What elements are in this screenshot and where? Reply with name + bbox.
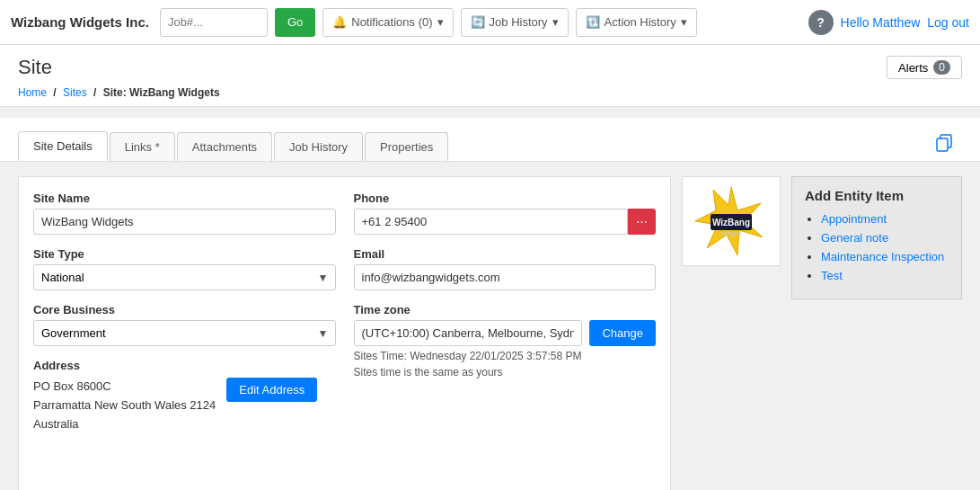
content-area: Site Name Site Type National Local Regio… <box>0 162 980 490</box>
timezone-input[interactable] <box>354 320 583 346</box>
site-name-label: Site Name <box>33 192 336 205</box>
site-time-same-text: Sites time is the same as yours <box>354 366 657 379</box>
tabs-row: Site Details Links * Attachments Job His… <box>18 129 962 161</box>
wizbang-logo: WizBang widgets <box>691 185 772 257</box>
address-edit-row: PO Box 8600C Parramatta New South Wales … <box>33 378 336 441</box>
notifications-chevron-icon: ▾ <box>437 15 444 29</box>
breadcrumb-current: Site: WizBang Widgets <box>103 86 220 99</box>
site-type-select-wrapper: National Local Regional ▼ <box>33 264 336 290</box>
address-line-1: PO Box 8600C <box>33 378 216 396</box>
svg-rect-1 <box>937 138 948 151</box>
list-item: General note <box>821 231 949 245</box>
address-label: Address <box>33 359 336 372</box>
phone-wrapper: ⋯ <box>354 209 657 235</box>
navbar: Wizbang Widgets Inc. Go 🔔 Notifications … <box>0 0 980 45</box>
breadcrumb-sep-1: / <box>53 86 56 99</box>
entity-item-appointment[interactable]: Appointment <box>821 212 887 226</box>
help-icon: ? <box>817 15 825 30</box>
core-business-select[interactable]: Government Private Non-Profit <box>33 320 336 346</box>
edit-address-button[interactable]: Edit Address <box>226 378 317 402</box>
logo-panel: WizBang widgets <box>682 176 781 266</box>
tab-properties[interactable]: Properties <box>365 132 448 161</box>
entity-panel-title: Add Entity Item <box>805 188 949 203</box>
core-business-label: Core Business <box>33 303 336 316</box>
go-button[interactable]: Go <box>275 8 315 37</box>
job-history-icon: 🔄 <box>471 15 485 29</box>
entity-panel: Add Entity Item Appointment General note… <box>791 176 962 299</box>
entity-item-maintenance-inspection[interactable]: Maintenance Inspection <box>821 250 944 263</box>
user-greeting[interactable]: Hello Matthew <box>841 15 921 30</box>
address-text: PO Box 8600C Parramatta New South Wales … <box>33 378 216 433</box>
phone-dots-icon: ⋯ <box>636 215 648 228</box>
phone-label: Phone <box>354 192 657 205</box>
list-item: Appointment <box>821 212 949 226</box>
page-header-top: Site Alerts 0 <box>18 56 962 86</box>
timezone-group: Time zone Change Sites Time: Wednesday 2… <box>354 303 657 379</box>
breadcrumb-home[interactable]: Home <box>18 86 47 99</box>
form-columns: Site Name Site Type National Local Regio… <box>33 192 656 441</box>
job-search-input[interactable] <box>160 8 268 37</box>
brand-label: Wizbang Widgets Inc. <box>11 14 149 30</box>
page-header: Site Alerts 0 Home / Sites / Site: WizBa… <box>0 45 980 107</box>
help-button[interactable]: ? <box>808 10 834 35</box>
email-input[interactable] <box>354 264 657 290</box>
email-label: Email <box>354 247 657 261</box>
breadcrumb-sites[interactable]: Sites <box>63 86 87 99</box>
phone-action-button[interactable]: ⋯ <box>628 209 656 235</box>
site-type-group: Site Type National Local Regional ▼ <box>33 247 336 290</box>
main-area: Site Details Links * Attachments Job His… <box>0 107 980 490</box>
core-business-group: Core Business Government Private Non-Pro… <box>33 303 336 346</box>
tabs-area: Site Details Links * Attachments Job His… <box>0 118 980 162</box>
entity-item-test[interactable]: Test <box>821 269 843 282</box>
action-history-icon: 🔃 <box>586 15 600 29</box>
site-name-input[interactable] <box>33 209 336 235</box>
list-item: Test <box>821 269 949 282</box>
phone-group: Phone ⋯ <box>354 192 657 235</box>
tabs: Site Details Links * Attachments Job His… <box>18 131 450 161</box>
address-line-2: Parramatta New South Wales 2124 <box>33 396 216 415</box>
breadcrumb: Home / Sites / Site: WizBang Widgets <box>18 86 962 106</box>
alerts-label: Alerts <box>898 61 928 75</box>
action-history-label: Action History <box>605 15 676 29</box>
site-name-group: Site Name <box>33 192 336 235</box>
tab-site-details[interactable]: Site Details <box>18 131 108 161</box>
job-history-chevron-icon: ▾ <box>552 15 559 29</box>
timezone-wrapper: Change <box>354 320 657 346</box>
right-sidebar: Add Entity Item Appointment General note… <box>791 176 962 490</box>
action-history-button[interactable]: 🔃 Action History ▾ <box>576 8 697 37</box>
job-history-button[interactable]: 🔄 Job History ▾ <box>461 8 569 37</box>
action-history-chevron-icon: ▾ <box>681 15 687 29</box>
svg-text:WizBang: WizBang <box>712 218 750 227</box>
tab-links[interactable]: Links * <box>110 132 175 161</box>
job-history-label: Job History <box>490 15 548 29</box>
logout-link[interactable]: Log out <box>927 15 969 30</box>
address-line-3: Australia <box>33 415 216 434</box>
alerts-button[interactable]: Alerts 0 <box>887 56 962 79</box>
notifications-label: Notifications (0) <box>351 15 432 29</box>
site-time-text: Sites Time: Wednesday 22/01/2025 3:57:58… <box>354 350 657 362</box>
change-button[interactable]: Change <box>589 320 656 346</box>
phone-input[interactable] <box>354 209 629 235</box>
tab-attachments[interactable]: Attachments <box>177 132 272 161</box>
alerts-badge: 0 <box>933 60 950 75</box>
timezone-label: Time zone <box>354 303 657 316</box>
core-business-select-wrapper: Government Private Non-Profit ▼ <box>33 320 336 346</box>
address-group: Address PO Box 8600C Parramatta New Sout… <box>33 359 336 441</box>
site-type-select[interactable]: National Local Regional <box>33 264 336 290</box>
form-col-left: Site Name Site Type National Local Regio… <box>33 192 336 441</box>
page-title: Site <box>18 56 52 79</box>
entity-item-general-note[interactable]: General note <box>821 231 888 245</box>
form-panel: Site Name Site Type National Local Regio… <box>18 176 671 490</box>
bell-icon: 🔔 <box>332 15 347 29</box>
entity-list: Appointment General note Maintenance Ins… <box>805 212 949 282</box>
tab-job-history[interactable]: Job History <box>274 132 363 161</box>
site-type-label: Site Type <box>33 247 336 261</box>
svg-text:widgets: widgets <box>720 230 742 237</box>
list-item: Maintenance Inspection <box>821 250 949 263</box>
form-col-right: Phone ⋯ Email Time zone <box>354 192 657 441</box>
notifications-button[interactable]: 🔔 Notifications (0) ▾ <box>322 8 453 37</box>
copy-icon[interactable] <box>926 129 962 161</box>
email-group: Email <box>354 247 657 290</box>
breadcrumb-sep-2: / <box>93 86 96 99</box>
